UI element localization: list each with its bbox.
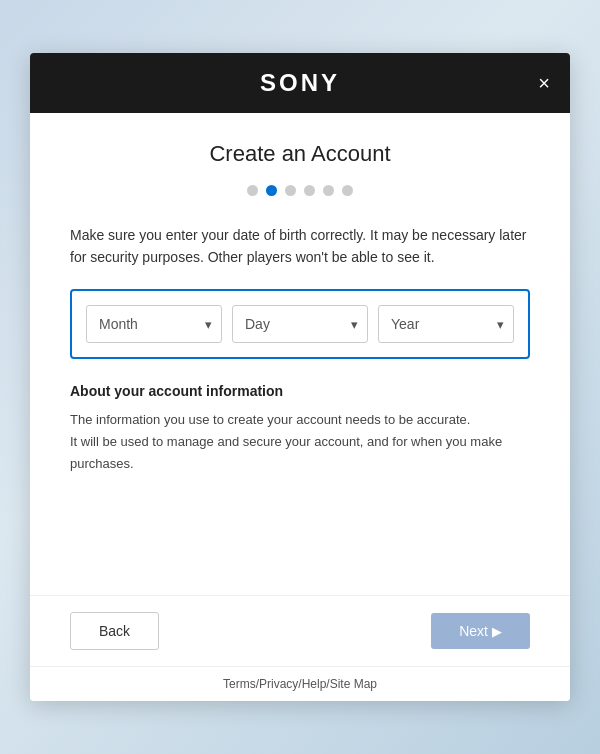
account-info-text-1: The information you use to create your a… xyxy=(70,409,530,431)
footer-links: Terms/Privacy/Help/Site Map xyxy=(30,666,570,701)
modal-footer: Back Next ▶ xyxy=(30,595,570,666)
step-dot-1 xyxy=(247,185,258,196)
dob-info-text: Make sure you enter your date of birth c… xyxy=(70,224,530,269)
next-label: Next xyxy=(459,623,488,639)
modal-header: SONY × xyxy=(30,53,570,113)
account-info-text-2: It will be used to manage and secure you… xyxy=(70,431,530,475)
month-select[interactable]: Month JanuaryFebruaryMarch AprilMayJune … xyxy=(86,305,222,343)
step-dot-6 xyxy=(342,185,353,196)
modal-container: SONY × Create an Account Make sure you e… xyxy=(30,53,570,701)
next-arrow-icon: ▶ xyxy=(492,624,502,639)
spacer xyxy=(70,495,530,575)
account-info-section: About your account information The infor… xyxy=(70,383,530,475)
step-dot-2 xyxy=(266,185,277,196)
step-dot-3 xyxy=(285,185,296,196)
day-select[interactable]: Day 1234 5678 910 xyxy=(232,305,368,343)
close-button[interactable]: × xyxy=(538,73,550,93)
step-dot-5 xyxy=(323,185,334,196)
step-indicator xyxy=(70,185,530,196)
page-title: Create an Account xyxy=(70,141,530,167)
footer-links-text: Terms/Privacy/Help/Site Map xyxy=(223,677,377,691)
back-button[interactable]: Back xyxy=(70,612,159,650)
month-select-wrapper: Month JanuaryFebruaryMarch AprilMayJune … xyxy=(86,305,222,343)
sony-logo: SONY xyxy=(260,69,340,97)
year-select[interactable]: Year 2024202320001990 xyxy=(378,305,514,343)
dob-section: Month JanuaryFebruaryMarch AprilMayJune … xyxy=(70,289,530,359)
modal-body: Create an Account Make sure you enter yo… xyxy=(30,113,570,595)
step-dot-4 xyxy=(304,185,315,196)
year-select-wrapper: Year 2024202320001990 xyxy=(378,305,514,343)
account-info-title: About your account information xyxy=(70,383,530,399)
next-button[interactable]: Next ▶ xyxy=(431,613,530,649)
day-select-wrapper: Day 1234 5678 910 xyxy=(232,305,368,343)
